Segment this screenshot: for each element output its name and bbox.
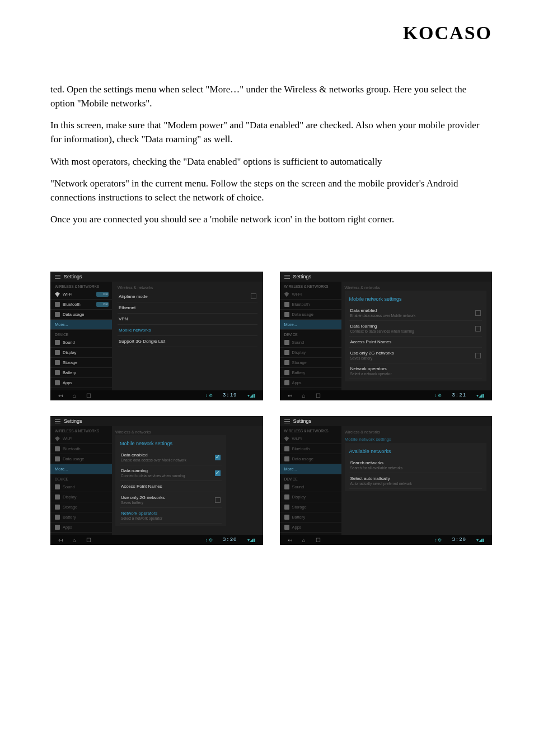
sidebar-item-storage[interactable]: Storage <box>50 502 112 512</box>
data-enabled-checkbox[interactable] <box>215 455 221 460</box>
sidebar-item-storage[interactable]: Storage <box>280 358 341 368</box>
bt-toggle[interactable]: ON <box>96 302 109 307</box>
sidebar: WIRELESS & NETWORKS Wi-FiON BluetoothON … <box>50 282 112 390</box>
row-3g-dongle[interactable]: Support 3G Dongle List <box>118 336 257 347</box>
home-icon[interactable]: ⌂ <box>302 393 306 399</box>
screenshots-grid: Settings WIRELESS & NETWORKS Wi-FiON Blu… <box>50 272 492 545</box>
data-roaming-checkbox[interactable] <box>475 326 481 332</box>
row-ethernet[interactable]: Ethernet <box>118 302 257 314</box>
airplane-checkbox[interactable] <box>251 293 256 299</box>
row-data-roaming[interactable]: Data roamingConnect to data services whe… <box>120 465 222 481</box>
sidebar-item-sound[interactable]: Sound <box>50 338 112 348</box>
sidebar-item-more[interactable]: More... <box>280 464 341 474</box>
screenshot-4: Settings WIRELESS & NETWORKS Wi-Fi Bluet… <box>280 416 493 545</box>
only2g-checkbox[interactable] <box>215 497 221 503</box>
paragraph-3: With most operators, checking the "Data … <box>50 155 492 169</box>
row-network-operators[interactable]: Network operatorsSelect a network operat… <box>349 363 483 379</box>
sidebar-item-battery[interactable]: Battery <box>50 512 112 522</box>
data-usage-icon <box>284 312 289 317</box>
paragraph-1: ted. Open the settings menu when select … <box>50 83 492 110</box>
row-only-2g[interactable]: Use only 2G networksSaves battery <box>120 492 222 508</box>
home-icon[interactable]: ⌂ <box>73 393 76 399</box>
sidebar-item-more[interactable]: More... <box>280 320 341 330</box>
sidebar-item-apps[interactable]: Apps <box>50 378 112 388</box>
sidebar-item-wifi[interactable]: Wi-Fi <box>280 290 341 300</box>
navbar: ↤ ⌂ ☐ ↕ ⚙ 3:21 ▾◢▮ <box>280 390 493 400</box>
sidebar-item-battery[interactable]: Battery <box>280 512 341 522</box>
recent-icon[interactable]: ☐ <box>86 537 91 543</box>
recent-icon[interactable]: ☐ <box>316 537 321 543</box>
sidebar-item-bluetooth[interactable]: Bluetooth <box>50 444 112 454</box>
sidebar-item-data-usage[interactable]: Data usage <box>280 310 341 320</box>
main-panel: Wireless & networks Mobile network setti… <box>341 426 493 535</box>
paragraph-2: In this screen, make sure that "Modem po… <box>50 119 492 146</box>
data-roaming-checkbox[interactable] <box>215 470 221 476</box>
data-enabled-checkbox[interactable] <box>475 310 481 316</box>
home-icon[interactable]: ⌂ <box>302 537 306 543</box>
storage-icon <box>284 505 289 510</box>
data-usage-icon <box>55 456 60 461</box>
apps-icon <box>284 525 289 530</box>
panel-breadcrumb: Wireless & networks <box>345 284 487 291</box>
sidebar-item-more[interactable]: More... <box>50 464 112 474</box>
row-apn[interactable]: Access Point Names <box>349 337 483 348</box>
sidebar-item-display[interactable]: Display <box>50 348 112 358</box>
back-icon[interactable]: ↤ <box>58 393 63 399</box>
sidebar-item-data-usage[interactable]: Data usage <box>50 454 112 464</box>
only2g-checkbox[interactable] <box>475 353 481 358</box>
sidebar-item-more[interactable]: More... <box>50 320 112 330</box>
row-data-roaming[interactable]: Data roamingConnect to data services whe… <box>349 321 483 337</box>
sidebar-item-sound[interactable]: Sound <box>50 482 112 492</box>
row-airplane-mode[interactable]: Airplane mode <box>118 291 257 302</box>
display-icon <box>55 494 60 500</box>
sound-icon <box>55 484 60 489</box>
sidebar-item-wifi[interactable]: Wi-Fi <box>50 434 112 444</box>
wifi-icon <box>284 436 289 441</box>
sidebar-item-sound[interactable]: Sound <box>280 338 341 348</box>
row-apn[interactable]: Access Point Names <box>120 481 222 492</box>
row-data-enabled[interactable]: Data enabledEnable data access over Mobi… <box>349 305 483 321</box>
sidebar-item-wifi[interactable]: Wi-FiON <box>50 290 112 300</box>
settings-icon <box>284 274 290 279</box>
row-select-automatically[interactable]: Select automaticallyAutomatically select… <box>349 473 483 489</box>
paragraph-5: Once you are connected you should see a … <box>50 213 492 227</box>
panel-header: Wireless & networks <box>118 284 257 291</box>
recent-icon[interactable]: ☐ <box>86 393 91 399</box>
body-text: ted. Open the settings menu when select … <box>50 83 492 227</box>
back-icon[interactable]: ↤ <box>288 537 292 543</box>
back-icon[interactable]: ↤ <box>288 393 292 399</box>
row-vpn[interactable]: VPN <box>118 314 257 325</box>
display-icon <box>55 350 60 355</box>
sidebar-item-bluetooth[interactable]: Bluetooth <box>280 300 341 310</box>
settings-icon <box>284 419 290 423</box>
sidebar: WIRELESS & NETWORKS Wi-Fi Bluetooth Data… <box>280 426 341 535</box>
sidebar-item-data-usage[interactable]: Data usage <box>50 310 112 320</box>
home-icon[interactable]: ⌂ <box>73 537 76 543</box>
row-mobile-networks[interactable]: Mobile networks <box>118 325 257 336</box>
sidebar-item-battery[interactable]: Battery <box>280 368 341 378</box>
sidebar-item-apps[interactable]: Apps <box>50 522 112 533</box>
sidebar-item-bluetooth[interactable]: Bluetooth <box>280 444 341 454</box>
row-search-networks[interactable]: Search networksSearch for all available … <box>349 458 483 473</box>
sidebar-item-battery[interactable]: Battery <box>50 368 112 378</box>
row-data-enabled[interactable]: Data enabledEnable data access over Mobi… <box>120 450 222 465</box>
sidebar-item-display[interactable]: Display <box>280 348 341 358</box>
back-icon[interactable]: ↤ <box>58 537 63 543</box>
sidebar-item-wifi[interactable]: Wi-Fi <box>280 434 341 444</box>
screen-titlebar: Settings <box>50 416 263 426</box>
sidebar-item-sound[interactable]: Sound <box>280 482 341 492</box>
sidebar-item-storage[interactable]: Storage <box>50 358 112 368</box>
sidebar-item-display[interactable]: Display <box>50 492 112 502</box>
sidebar-item-storage[interactable]: Storage <box>280 502 341 512</box>
section-device: DEVICE <box>50 474 112 482</box>
row-only-2g[interactable]: Use only 2G networksSaves battery <box>349 348 483 363</box>
recent-icon[interactable]: ☐ <box>316 393 321 399</box>
wifi-toggle[interactable]: ON <box>96 292 109 297</box>
sidebar-item-display[interactable]: Display <box>280 492 341 502</box>
row-network-operators[interactable]: Network operatorsSelect a network operat… <box>120 508 222 524</box>
sidebar-item-data-usage[interactable]: Data usage <box>280 454 341 464</box>
sidebar-item-bluetooth[interactable]: BluetoothON <box>50 300 112 310</box>
sidebar-item-apps[interactable]: Apps <box>280 522 341 533</box>
sidebar-item-apps[interactable]: Apps <box>280 378 341 388</box>
screenshot-2: Settings WIRELESS & NETWORKS Wi-Fi Bluet… <box>280 272 493 400</box>
